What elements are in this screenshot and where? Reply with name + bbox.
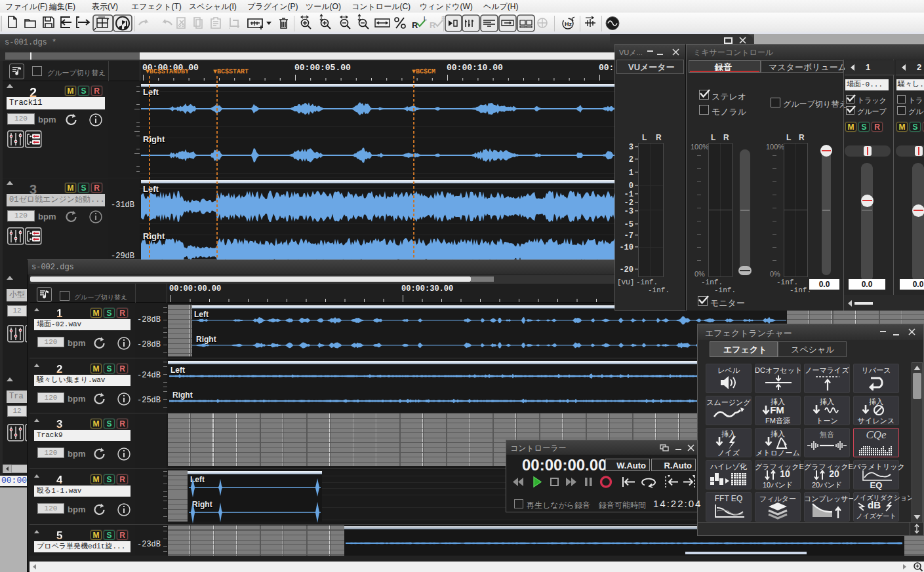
svg-text:-10: -10 [619, 243, 633, 252]
svg-text:R: R [412, 20, 418, 30]
svg-text:0: 0 [629, 181, 633, 191]
svg-text:2: 2 [629, 155, 633, 164]
svg-text:3: 3 [629, 143, 633, 152]
svg-text:-20: -20 [619, 265, 633, 275]
svg-text:Hz: Hz [565, 21, 572, 28]
svg-text:R: R [430, 20, 436, 30]
svg-text:-1: -1 [624, 190, 633, 199]
svg-text:-5: -5 [624, 220, 633, 229]
svg-text:L: L [424, 15, 427, 22]
svg-text:-3: -3 [624, 207, 633, 216]
svg-text:-2: -2 [624, 199, 633, 208]
svg-text:-7: -7 [624, 231, 633, 240]
svg-text:1: 1 [629, 168, 633, 178]
